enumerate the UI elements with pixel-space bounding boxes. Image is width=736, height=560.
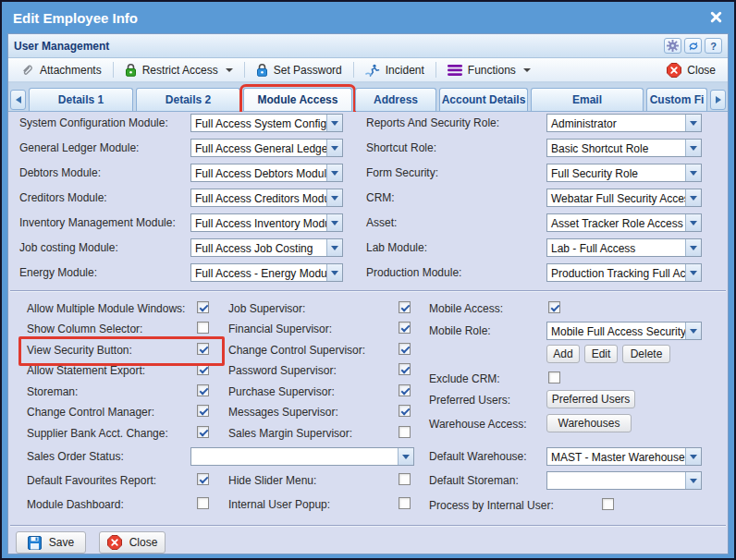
crm-label: CRM: [366,191,395,204]
asset-select[interactable]: Asset Tracker Role Access [546,213,702,232]
debtors-module-select[interactable]: Full Access Debtors Module [190,164,343,182]
chevron-down-icon[interactable] [326,189,342,206]
chevron-down-icon[interactable] [685,140,701,156]
tab-details-2[interactable]: Details 2 [136,88,240,111]
mobile-access-checkbox[interactable] [548,301,560,313]
hide-slider-menu-checkbox[interactable] [399,473,411,485]
hide-slider-menu-label: Hide Slider Menu: [228,474,316,487]
toolbar-close-label: Close [687,64,716,77]
chevron-down-icon[interactable] [685,472,701,489]
select-value: Full Access - Energy Module [191,264,326,281]
toolbar-separator [113,62,114,78]
messages-supervisor-checkbox[interactable] [399,405,411,417]
chevron-down-icon[interactable] [685,164,701,181]
change-control-supervisor-checkbox[interactable] [399,343,411,355]
attachments-button[interactable]: Attachments [14,61,108,79]
chevron-down-icon[interactable] [326,115,342,131]
lab-module-select[interactable]: Lab - Full Access [546,238,702,257]
energy-module-select[interactable]: Full Access - Energy Module [190,263,343,282]
tab-email[interactable]: Email [531,88,644,111]
tab-module-access[interactable]: Module Access [243,88,352,111]
sales-margin-supervisor-checkbox[interactable] [399,426,411,438]
chevron-down-icon[interactable] [326,239,342,256]
footer-divider [10,525,726,526]
default-warehouse-select[interactable]: MAST - Master Warehouse [546,447,702,466]
module-dashboard-checkbox[interactable] [197,497,209,509]
chevron-down-icon[interactable] [398,448,413,465]
chevron-down-icon[interactable] [685,239,701,256]
footer-close-button[interactable]: Close [99,531,166,554]
energy-module-label: Energy Module: [19,266,97,279]
purchase-supervisor-checkbox[interactable] [399,384,411,396]
sales-order-status-select[interactable] [190,447,414,466]
default-favourites-report-checkbox[interactable] [197,473,209,485]
chevron-down-icon[interactable] [326,264,342,281]
mobile-role-select[interactable]: Mobile Full Access Security [546,322,702,340]
edit-button[interactable]: Edit [584,345,618,363]
crm-select[interactable]: Webatar Full Security Access [546,189,702,207]
chevron-down-icon [226,68,233,72]
chevron-down-icon[interactable] [685,214,701,231]
toolbar-close-button[interactable]: Close [660,61,722,79]
production-module-select[interactable]: Production Tracking Full Access [546,263,702,282]
financial-supervisor-checkbox[interactable] [399,322,411,334]
allow-multiple-module-windows-checkbox[interactable] [197,301,209,313]
storeman-checkbox[interactable] [197,384,209,396]
help-icon[interactable]: ? [705,38,722,54]
change-control-manager-checkbox[interactable] [197,405,209,417]
tab-details-1[interactable]: Details 1 [29,88,133,111]
arrow-left-icon [16,96,21,103]
window-close-button[interactable] [709,10,723,24]
chevron-down-icon[interactable] [326,164,342,181]
inventory-management-module-select[interactable]: Full Access Inventory Module [190,213,343,232]
add-button[interactable]: Add [546,345,580,363]
tab-address[interactable]: Address [355,88,436,111]
job-supervisor-checkbox[interactable] [399,301,411,313]
delete-button[interactable]: Delete [622,345,670,363]
shortcut-role-select[interactable]: Basic Shortcut Role [546,139,702,157]
reports-and-security-role-select[interactable]: Administrator [546,114,702,132]
system-configuration-module-select[interactable]: Full Access System Config [190,114,343,132]
supplier-bank-acct-change-checkbox[interactable] [197,426,209,438]
allow-statement-export-checkbox[interactable] [197,363,209,375]
chevron-down-icon[interactable] [685,323,701,339]
default-storeman-select[interactable] [546,471,702,490]
close-octagon-icon [107,535,122,550]
set-password-button[interactable]: Set Password [250,61,349,79]
creditors-module-select[interactable]: Full Access Creditors Module [190,189,343,207]
internal-user-popup-checkbox[interactable] [399,497,411,509]
tabs-scroll-right-button[interactable] [710,90,726,110]
chevron-down-icon[interactable] [685,448,701,465]
restrict-access-button[interactable]: Restrict Access [118,61,239,79]
process-by-internal-user-checkbox[interactable] [602,498,614,510]
production-module-label: Production Module: [366,266,461,279]
save-button[interactable]: Save [16,531,86,554]
preferred-users-button[interactable]: Preferred Users [546,390,635,408]
show-column-selector-checkbox[interactable] [197,322,209,334]
tab-custom-fields[interactable]: Custom Fi [646,88,707,111]
gear-icon[interactable] [664,38,681,54]
select-value: Full Access System Config [191,115,326,131]
select-value [191,448,398,465]
job-costing-module-select[interactable]: Full Access Job Costing [190,238,343,257]
paperclip-icon [20,63,34,77]
chevron-down-icon[interactable] [685,189,701,206]
exclude-crm-checkbox[interactable] [548,371,560,383]
chevron-down-icon[interactable] [685,264,701,281]
general-ledger-module-select[interactable]: Full Access General Ledger [190,139,343,157]
tab-account-details[interactable]: Account Details [439,88,528,111]
password-supervisor-checkbox[interactable] [399,363,411,375]
view-security-button-label: View Security Button: [27,344,132,357]
incident-button[interactable]: Incident [359,62,431,79]
close-icon [709,10,723,24]
functions-button[interactable]: Functions [441,62,537,79]
tabs-scroll-left-button[interactable] [10,90,26,110]
chevron-down-icon[interactable] [326,140,342,156]
chevron-down-icon[interactable] [326,214,342,231]
warehouses-button[interactable]: Warehouses [546,414,632,432]
form-security-select[interactable]: Full Security Role [546,164,702,182]
chevron-down-icon[interactable] [685,115,701,131]
refresh-icon[interactable] [684,38,702,54]
view-security-button-checkbox[interactable] [197,343,209,355]
storeman-label: Storeman: [27,385,78,398]
